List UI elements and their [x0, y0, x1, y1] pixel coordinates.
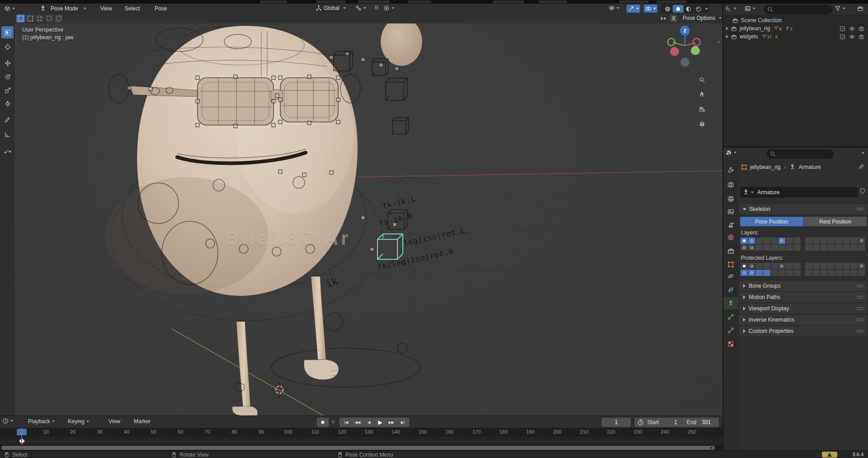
protected-layers-grid[interactable]	[805, 263, 866, 276]
layer-cell[interactable]	[755, 238, 763, 244]
layer-cell[interactable]	[835, 244, 843, 251]
tab-bone[interactable]	[723, 310, 738, 323]
layer-cell[interactable]	[741, 244, 748, 251]
editor-type-button[interactable]	[3, 5, 16, 13]
section-custom-properties[interactable]: Custom Properties	[739, 326, 867, 336]
keyframe-strip[interactable]	[0, 437, 722, 445]
layer-cell[interactable]	[771, 270, 778, 276]
layer-cell[interactable]	[843, 263, 851, 270]
camera-render-icon[interactable]	[859, 26, 864, 32]
layer-cell[interactable]	[813, 263, 821, 270]
layer-cell[interactable]	[741, 238, 748, 244]
playhead-line[interactable]	[21, 428, 22, 445]
menu-view-timeline[interactable]: View	[108, 418, 120, 425]
rest-position-button[interactable]: Rest Position	[804, 217, 867, 226]
section-bone-groups[interactable]: Bone Groups	[739, 281, 867, 291]
eye-icon[interactable]	[849, 26, 855, 32]
layer-cell[interactable]	[858, 238, 866, 244]
layer-cell[interactable]	[805, 270, 813, 276]
outliner-row-widgets[interactable]: widgets17a	[723, 33, 868, 41]
jump-to-end-button[interactable]: ▶|	[397, 418, 408, 427]
outliner-row-scene-collection[interactable]: Scene Collection	[723, 16, 868, 24]
layer-cell[interactable]	[835, 270, 843, 276]
outliner-filter-dropdown[interactable]	[835, 5, 845, 12]
pivot-point-dropdown[interactable]	[355, 5, 366, 11]
checkbox-icon[interactable]	[840, 26, 845, 32]
layer-cell[interactable]	[755, 244, 763, 251]
tab-object-data[interactable]	[723, 297, 738, 309]
layer-cell[interactable]	[820, 238, 828, 244]
menu-view[interactable]: View	[99, 5, 114, 12]
layer-cell[interactable]	[771, 263, 778, 270]
start-frame-field[interactable]: 1	[674, 419, 677, 425]
mode-selector[interactable]: Pose Mode	[49, 5, 86, 12]
tab-tool[interactable]	[723, 164, 738, 176]
camera-render-icon[interactable]	[859, 34, 864, 40]
tab-physics[interactable]	[723, 270, 738, 282]
shading-rendered-button[interactable]	[693, 6, 703, 12]
tool-measure[interactable]	[1, 128, 14, 140]
layer-cell[interactable]	[748, 263, 756, 270]
menu-pose[interactable]: Pose	[153, 5, 169, 12]
properties-editor-type-button[interactable]	[726, 150, 736, 156]
layer-cell[interactable]	[858, 244, 866, 251]
layer-cell[interactable]	[820, 270, 828, 276]
panel-divider[interactable]	[722, 4, 723, 450]
tool-select-box[interactable]	[1, 26, 14, 38]
layer-cell[interactable]	[850, 263, 858, 270]
prev-keyframe-button[interactable]: ◀◀	[352, 418, 363, 427]
sidebar-collapse-arrow[interactable]: ‹	[718, 38, 720, 45]
layer-cell[interactable]	[820, 263, 828, 270]
section-inverse-kinematics[interactable]: Inverse Kinematics	[739, 315, 867, 325]
tool-annotate[interactable]	[1, 114, 14, 126]
layer-cell[interactable]	[828, 263, 835, 270]
layer-cell[interactable]	[843, 270, 851, 276]
menu-select[interactable]: Select	[123, 5, 142, 12]
layer-cell[interactable]	[828, 244, 835, 251]
layer-cell[interactable]	[763, 263, 771, 270]
expand-icon[interactable]	[726, 35, 728, 38]
layer-cell[interactable]	[805, 263, 813, 270]
layer-cell[interactable]	[813, 238, 821, 244]
shading-wireframe-button[interactable]	[663, 6, 673, 12]
tool-pose-breakdowner[interactable]	[1, 145, 14, 157]
layer-cell[interactable]	[820, 244, 828, 251]
pose-position-button[interactable]: Pose Position	[740, 217, 803, 226]
pose-options-dropdown[interactable]: Pose Options	[681, 15, 722, 21]
layer-cell[interactable]	[793, 244, 801, 251]
breadcrumb-object[interactable]: jellybean_rig	[750, 164, 780, 170]
tab-object[interactable]	[723, 258, 738, 271]
skeleton-panel-header[interactable]: Skeleton	[739, 204, 867, 214]
layer-cell[interactable]	[805, 244, 813, 251]
layer-cell[interactable]	[858, 263, 866, 270]
new-collection-icon[interactable]	[857, 5, 863, 12]
eye-icon[interactable]	[849, 34, 855, 40]
layer-cell[interactable]	[786, 244, 793, 251]
layer-cell[interactable]	[763, 270, 771, 276]
navigation-gizmo[interactable]: Z Y X	[665, 24, 710, 74]
layer-cell[interactable]	[793, 238, 801, 244]
layer-cell[interactable]	[778, 238, 786, 244]
layer-cell[interactable]	[843, 244, 851, 251]
layer-cell[interactable]	[793, 263, 801, 270]
layer-cell[interactable]	[741, 263, 748, 270]
use-preview-range-icon[interactable]	[637, 419, 644, 425]
layer-cell[interactable]	[778, 270, 786, 276]
outliner-search-input[interactable]	[764, 5, 832, 14]
layer-cell[interactable]	[813, 270, 821, 276]
pan-view-icon[interactable]	[699, 91, 705, 98]
layer-cell[interactable]	[741, 270, 748, 276]
layer-cell[interactable]	[748, 270, 756, 276]
tool-rotate[interactable]	[1, 70, 14, 83]
layer-cell[interactable]	[850, 244, 858, 251]
transform-orientation-dropdown[interactable]: Global	[316, 5, 346, 11]
checkbox-icon[interactable]	[840, 34, 845, 40]
tool-cursor[interactable]	[1, 41, 14, 53]
autokey-indicator[interactable]	[331, 420, 335, 424]
layer-cell[interactable]	[828, 270, 835, 276]
layer-cell[interactable]	[778, 263, 786, 270]
shading-solid-button[interactable]	[673, 5, 684, 13]
shading-material-button[interactable]	[684, 6, 693, 12]
layer-cell[interactable]	[828, 238, 835, 244]
play-button[interactable]: ▶	[374, 418, 386, 427]
